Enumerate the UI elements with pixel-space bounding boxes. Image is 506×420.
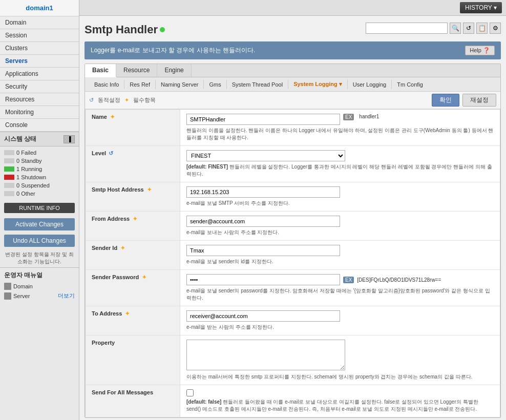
tab-basic[interactable]: Basic bbox=[85, 64, 116, 77]
smtp-host-input[interactable] bbox=[186, 186, 340, 198]
settings-button[interactable]: ⚙ bbox=[490, 23, 501, 34]
help-button[interactable]: Help ❓ bbox=[465, 46, 495, 55]
sidebar-item-clusters[interactable]: Clusters bbox=[0, 42, 79, 55]
name-input[interactable] bbox=[186, 114, 340, 125]
tab-engine[interactable]: Engine bbox=[157, 64, 191, 77]
field-level-value: FINEST [default: FINEST] 핸들러의 레벨을 설정한다. … bbox=[180, 146, 500, 182]
manager-server-label: Server bbox=[13, 293, 30, 299]
field-sender-id-label: Sender Id ✦ bbox=[86, 241, 180, 270]
domain-manual-icon bbox=[4, 283, 11, 290]
manager-item-domain[interactable]: Domain bbox=[4, 282, 75, 291]
sidebar-item-session[interactable]: Session bbox=[0, 29, 79, 42]
content-area: Smtp Handler 🔍 ↺ 📋 ⚙ Logger를 e-mail로 보내고… bbox=[79, 16, 506, 420]
name-input-row: EX handler1 bbox=[186, 114, 494, 125]
system-status-header: 시스템 상태 ▐ bbox=[0, 132, 79, 146]
reset-button[interactable]: 재설정 bbox=[462, 94, 496, 107]
failed-label: 0 Failed bbox=[16, 150, 36, 156]
status-running: 1 Running bbox=[4, 165, 75, 173]
sidebar-item-applications[interactable]: Applications bbox=[0, 68, 79, 80]
sub-tab-gms[interactable]: Gms bbox=[204, 80, 226, 89]
field-property-label: Property bbox=[86, 335, 180, 385]
send-for-all-checkbox[interactable] bbox=[186, 389, 194, 396]
senderid-required-star: ✦ bbox=[120, 245, 125, 251]
sub-tab-system-logging[interactable]: System Logging ▾ bbox=[288, 79, 348, 89]
field-sender-password-row: Sender Password ✦ EX [DES]FQrLbQ/D8O1lDV… bbox=[86, 270, 500, 306]
name-required-star: ✦ bbox=[110, 114, 115, 120]
sidebar-item-security[interactable]: Security bbox=[0, 80, 79, 93]
field-name-row: Name ✦ EX handler1 핸들러의 이름을 설정한다. 핸들러 이름… bbox=[86, 110, 500, 146]
sub-tab-user-logging[interactable]: User Logging bbox=[348, 80, 392, 89]
sidebar-domain[interactable]: domain1 bbox=[0, 0, 79, 16]
property-textarea[interactable] bbox=[186, 340, 345, 370]
field-send-for-all-value: [default: false] 핸들러로 들어왔을 때 이를 e-mail로 … bbox=[180, 385, 500, 417]
field-to-address-label: To Address ✦ bbox=[86, 306, 180, 335]
sub-tabs: Basic Info Res Ref Naming Server Gms Sys… bbox=[85, 77, 500, 92]
description-text: Logger를 e-mail로 보내고자 할 경우에 사용하는 핸들러이다. bbox=[91, 46, 255, 55]
level-desc: [default: FINEST] 핸들러의 레벨을 설정한다. Logger를… bbox=[186, 163, 494, 178]
form-toolbar: ↺ 동적설정 ✦ 필수항목 확인 재설정 bbox=[85, 92, 500, 109]
senderpassword-required-star: ✦ bbox=[142, 274, 146, 280]
sidebar-item-monitoring[interactable]: Monitoring bbox=[0, 106, 79, 119]
sender-id-input[interactable] bbox=[186, 245, 340, 256]
send-for-all-desc: [default: false] 핸들러로 들어왔을 때 이를 e-mail로 … bbox=[186, 398, 494, 413]
password-row: EX [DES]FQrLbQ/D8O1lDVS71L28rw== bbox=[186, 274, 494, 285]
manager-manual: 운영자 매뉴얼 Domain Server 더보기 bbox=[0, 267, 79, 304]
required-icon: ✦ bbox=[124, 97, 129, 103]
field-to-address-row: To Address ✦ e-mail을 받는 사람의 주소를 지정한다. bbox=[86, 306, 500, 335]
manager-item-server[interactable]: Server 더보기 bbox=[4, 291, 75, 301]
field-name-value: EX handler1 핸들러의 이름을 설정한다. 핸들러 이름은 하나의 L… bbox=[180, 110, 500, 146]
runtime-info-button[interactable]: RUNTIME INFO bbox=[4, 203, 75, 213]
undo-all-changes-button[interactable]: Undo ALL Changes bbox=[4, 235, 75, 247]
status-other: 0 Other bbox=[4, 190, 75, 198]
confirm-button[interactable]: 확인 bbox=[432, 94, 459, 107]
to-address-desc: e-mail을 받는 사람의 주소를 지정한다. bbox=[186, 324, 494, 331]
title-dot bbox=[160, 27, 165, 32]
more-link[interactable]: 더보기 bbox=[58, 292, 75, 300]
to-address-input[interactable] bbox=[186, 310, 340, 322]
search-button[interactable]: 🔍 bbox=[450, 23, 461, 34]
form-table: Name ✦ EX handler1 핸들러의 이름을 설정한다. 핸들러 이름… bbox=[85, 109, 500, 417]
other-label: 0 Other bbox=[16, 191, 35, 197]
sidebar-item-console[interactable]: Console bbox=[0, 119, 79, 132]
standby-bar bbox=[4, 158, 14, 163]
other-bar bbox=[4, 191, 14, 196]
page-title: Smtp Handler bbox=[85, 23, 158, 36]
sub-tab-basic-info[interactable]: Basic Info bbox=[89, 80, 124, 89]
tab-resource[interactable]: Resource bbox=[116, 64, 157, 77]
system-status-toggle[interactable]: ▐ bbox=[64, 135, 75, 143]
level-select[interactable]: FINEST bbox=[186, 150, 345, 161]
name-desc: 핸들러의 이름을 설정한다. 핸들러 이름은 하나의 Logger 내에서 유일… bbox=[186, 127, 494, 141]
name-ex-value: handler1 bbox=[359, 114, 379, 119]
search-input[interactable] bbox=[366, 23, 448, 34]
field-smtp-host-value: e-mail을 보낼 SMTP 서버의 주소를 지정한다. bbox=[180, 182, 500, 212]
sub-tab-tm-config[interactable]: Tm Config bbox=[392, 80, 428, 89]
main-content: HISTORY ▾ Smtp Handler 🔍 ↺ 📋 ⚙ Logg bbox=[79, 0, 506, 420]
field-send-for-all-row: Send For All Messages [default: false] 핸… bbox=[86, 385, 500, 417]
search-bar: 🔍 ↺ 📋 ⚙ bbox=[366, 22, 501, 36]
activate-changes-button[interactable]: Activate Changes bbox=[4, 218, 75, 230]
sub-tab-res-ref[interactable]: Res Ref bbox=[124, 80, 156, 89]
smtp-host-desc: e-mail을 보낼 SMTP 서버의 주소를 지정한다. bbox=[186, 200, 494, 207]
status-standby: 0 Standby bbox=[4, 157, 75, 165]
field-level-row: Level ↺ FINEST [default: FINEST] 핸들러의 레벨… bbox=[86, 146, 500, 182]
history-button[interactable]: HISTORY ▾ bbox=[460, 2, 502, 13]
running-label: 1 Running bbox=[16, 166, 42, 172]
field-smtp-host-label: Smtp Host Address ✦ bbox=[86, 182, 180, 212]
field-smtp-host-row: Smtp Host Address ✦ e-mail을 보낼 SMTP 서버의 … bbox=[86, 182, 500, 212]
export-button[interactable]: 📋 bbox=[476, 23, 488, 34]
sub-tab-naming-server[interactable]: Naming Server bbox=[156, 80, 204, 89]
refresh-button[interactable]: ↺ bbox=[463, 23, 474, 34]
sender-password-input[interactable] bbox=[186, 274, 340, 285]
from-required-star: ✦ bbox=[133, 216, 137, 222]
page-title-bar: Smtp Handler bbox=[85, 19, 165, 38]
status-shutdown: 1 Shutdown bbox=[4, 173, 75, 181]
description-bar: Logger를 e-mail로 보내고자 할 경우에 사용하는 핸들러이다. H… bbox=[85, 41, 501, 59]
sidebar-item-resources[interactable]: Resources bbox=[0, 93, 79, 106]
status-failed: 0 Failed bbox=[4, 149, 75, 157]
manager-domain-label: Domain bbox=[13, 283, 33, 289]
field-name-label: Name ✦ bbox=[86, 110, 180, 146]
from-address-input[interactable] bbox=[186, 216, 340, 227]
sidebar-item-servers[interactable]: Servers bbox=[0, 55, 79, 68]
sub-tab-system-thread-pool[interactable]: System Thread Pool bbox=[227, 80, 288, 89]
sidebar-item-domain[interactable]: Domain bbox=[0, 16, 79, 29]
